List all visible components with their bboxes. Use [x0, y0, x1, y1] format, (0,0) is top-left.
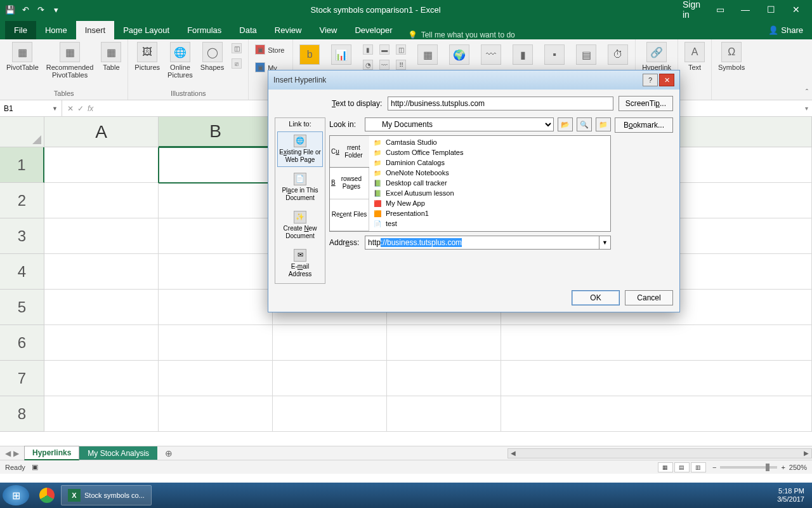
dialog-close-button[interactable]: ✕ [659, 74, 674, 86]
tab-file[interactable]: File [5, 21, 36, 39]
page-break-view-icon[interactable]: ▥ [691, 462, 706, 472]
file-item[interactable]: Camtasia Studio [370, 137, 609, 147]
window-close-icon[interactable]: ✕ [787, 3, 806, 16]
address-dropdown-icon[interactable]: ▼ [599, 236, 610, 249]
cell[interactable] [159, 183, 273, 218]
address-input[interactable] [365, 236, 599, 249]
sheet-nav-next-icon[interactable]: ▶ [13, 449, 19, 458]
tab-home[interactable]: Home [36, 21, 76, 39]
linkto-email[interactable]: ✉E-mail Address [277, 246, 323, 281]
horizontal-scrollbar[interactable]: ◀ ▶ [508, 448, 812, 458]
cell[interactable] [387, 361, 501, 396]
row-head-6[interactable]: 6 [0, 325, 44, 361]
symbols-button[interactable]: ΩSymbols [716, 41, 747, 72]
cell[interactable] [501, 396, 812, 432]
tab-browsed-pages[interactable]: Browsed Pages [330, 167, 369, 199]
pivottable-button[interactable]: ▦PivotTable [4, 41, 41, 72]
tab-recent-files[interactable]: Recent Files [330, 199, 369, 231]
add-sheet-button[interactable]: ⊕ [157, 448, 180, 458]
zoom-in-icon[interactable]: + [781, 464, 785, 471]
linkto-create-new[interactable]: ✨Create New Document [277, 208, 323, 243]
cell[interactable] [159, 361, 273, 396]
3dmap-button[interactable]: 🌍 [447, 43, 472, 67]
redo-icon[interactable]: ↷ [36, 4, 46, 15]
pivotchart-button[interactable]: ▦ [415, 43, 440, 67]
cell[interactable] [159, 325, 273, 361]
scroll-left-icon[interactable]: ◀ [508, 450, 518, 457]
sign-in-link[interactable]: Sign in [685, 3, 704, 16]
cancel-button[interactable]: Cancel [625, 290, 673, 305]
page-layout-view-icon[interactable]: ▤ [674, 462, 690, 472]
row-head-2[interactable]: 2 [0, 183, 44, 218]
cell[interactable] [44, 218, 159, 254]
undo-icon[interactable]: ↶ [20, 4, 30, 15]
macro-record-icon[interactable]: ▣ [32, 463, 38, 471]
name-box[interactable]: B1 ▼ [0, 100, 62, 116]
browse-file-button[interactable]: 📁 [596, 117, 611, 131]
file-item[interactable]: My New App [370, 198, 609, 208]
cell[interactable] [44, 290, 159, 325]
cell[interactable] [273, 396, 387, 432]
tab-formulas[interactable]: Formulas [178, 21, 230, 39]
browse-web-button[interactable]: 🔍 [577, 117, 592, 131]
collapse-ribbon-icon[interactable]: ˆ [806, 88, 808, 97]
cell[interactable] [387, 325, 501, 361]
file-item[interactable]: test [370, 218, 609, 229]
cell[interactable] [159, 254, 273, 290]
cell[interactable] [159, 290, 273, 325]
sparkline-winloss-button[interactable]: ▪ [542, 43, 567, 67]
select-all-corner[interactable] [0, 117, 44, 147]
sparkline-line-button[interactable]: 〰 [478, 43, 504, 67]
scroll-right-icon[interactable]: ▶ [801, 450, 811, 457]
look-in-dropdown[interactable]: My Documents [365, 117, 554, 131]
linkto-place-in-document[interactable]: 📄Place in This Document [277, 170, 323, 205]
pictures-button[interactable]: 🖼Pictures [132, 41, 162, 72]
zoom-slider[interactable] [720, 466, 777, 469]
sparkline-col-button[interactable]: ▮ [510, 43, 535, 67]
file-item[interactable]: Desktop call tracker [370, 178, 609, 188]
sheet-tab-my-stock-analysis[interactable]: My Stock Analysis [79, 446, 157, 460]
up-one-level-button[interactable]: 📂 [558, 117, 573, 131]
cell[interactable] [159, 396, 273, 432]
taskbar-chrome[interactable] [33, 485, 61, 505]
tab-current-folder[interactable]: Current Folder [329, 135, 369, 168]
recommended-pivottables-button[interactable]: ▦Recommended PivotTables [44, 41, 96, 80]
cell-active[interactable] [159, 147, 273, 183]
cell[interactable] [44, 325, 159, 361]
tab-view[interactable]: View [310, 21, 346, 39]
bookmark-button[interactable]: Bookmark... [615, 117, 673, 133]
cancel-formula-icon[interactable]: ✕ [67, 104, 74, 113]
taskbar-excel[interactable]: X Stock symbols co... [61, 485, 152, 505]
file-item[interactable]: OneNote Notebooks [370, 168, 609, 178]
row-head-7[interactable]: 7 [0, 361, 44, 396]
screentip-button[interactable]: ScreenTip... [619, 96, 673, 111]
normal-view-icon[interactable]: ▦ [658, 462, 673, 472]
table-button[interactable]: ▦Table [98, 41, 124, 72]
cell[interactable] [501, 325, 812, 361]
tab-developer[interactable]: Developer [346, 21, 401, 39]
store-button[interactable]: ▣Store [252, 43, 287, 57]
hyperlink-button[interactable]: 🔗Hyperlink [639, 41, 674, 72]
row-head-1[interactable]: 1 [0, 147, 44, 183]
tab-page-layout[interactable]: Page Layout [114, 21, 178, 39]
zoom-level[interactable]: 250% [789, 464, 807, 471]
save-icon[interactable]: 💾 [5, 4, 15, 15]
col-head-b[interactable]: B [159, 117, 273, 147]
name-box-dropdown-icon[interactable]: ▼ [52, 105, 58, 112]
tab-data[interactable]: Data [230, 21, 265, 39]
cell[interactable] [44, 254, 159, 290]
tab-insert[interactable]: Insert [76, 21, 115, 39]
shapes-button[interactable]: ◯Shapes [198, 41, 226, 72]
row-head-5[interactable]: 5 [0, 290, 44, 325]
expand-formula-icon[interactable]: ▾ [801, 105, 812, 112]
file-item[interactable]: Custom Office Templates [370, 147, 609, 157]
cell[interactable] [44, 396, 159, 432]
system-clock[interactable]: 5:18 PM 3/5/2017 [777, 487, 809, 504]
row-head-8[interactable]: 8 [0, 396, 44, 432]
treemap-button[interactable]: ◫ [393, 43, 409, 57]
dialog-help-button[interactable]: ? [643, 74, 658, 86]
share-button[interactable]: 👤 Share [759, 21, 812, 39]
row-head-4[interactable]: 4 [0, 254, 44, 290]
sheet-tab-hyperlinks[interactable]: Hyperlinks [24, 446, 79, 460]
zoom-out-icon[interactable]: − [712, 464, 716, 471]
